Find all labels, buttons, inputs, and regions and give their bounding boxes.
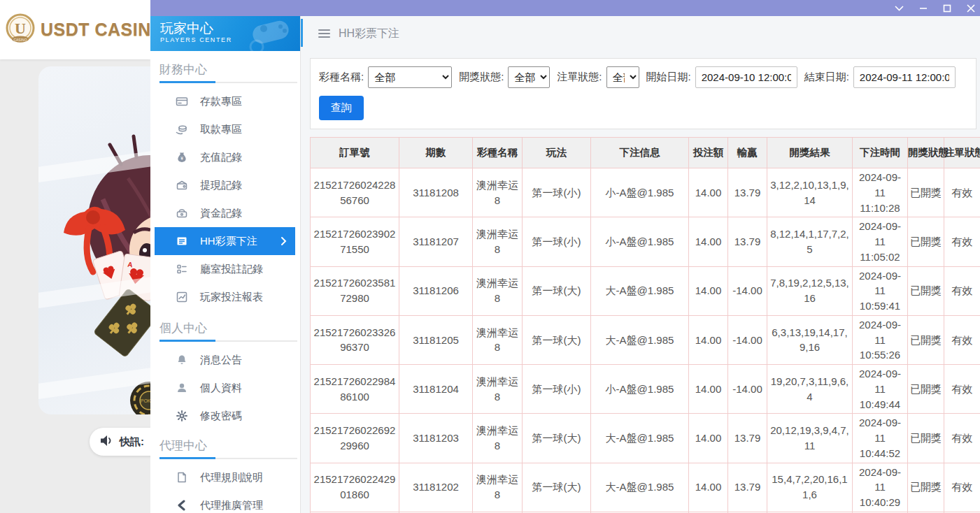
gamepad-watermark-icon bbox=[233, 17, 296, 51]
agent-rules-icon bbox=[176, 471, 188, 484]
bell-icon bbox=[176, 354, 188, 366]
deposit-card-icon bbox=[176, 95, 188, 108]
col-order-no: 訂單號 bbox=[311, 138, 399, 168]
section-rule bbox=[159, 82, 297, 83]
sidebar-item-hh-lottery-bets[interactable]: HH彩票下注 bbox=[155, 227, 295, 255]
news-ticker: 快訊: bbox=[90, 428, 150, 456]
order-status-select[interactable]: 全部 bbox=[606, 66, 639, 88]
end-date-label: 結束日期: bbox=[804, 71, 849, 84]
section-rule bbox=[159, 458, 297, 459]
bets-table-container: 訂單號 期數 彩種名稱 玩法 下注信息 投注額 輸贏 開獎結果 下注時間 開獎狀… bbox=[310, 137, 980, 513]
table-row: 215217260226922996031181203 澳洲幸运8第一球(大) … bbox=[311, 414, 980, 463]
search-button[interactable]: 查詢 bbox=[319, 96, 364, 120]
col-play-type: 玩法 bbox=[523, 138, 591, 168]
svg-text:CASINO: CASINO bbox=[13, 37, 27, 41]
svg-text:U: U bbox=[15, 20, 26, 37]
col-order-status: 注單狀態 bbox=[944, 138, 980, 168]
profile-icon bbox=[176, 382, 188, 394]
sidebar-item-player-bet-report[interactable]: 玩家投注報表 bbox=[150, 283, 300, 311]
order-status-label: 注單狀態: bbox=[557, 71, 602, 84]
col-lottery-name: 彩種名稱 bbox=[473, 138, 523, 168]
mascot-illustration: A POKER bbox=[38, 66, 150, 414]
bets-table: 訂單號 期數 彩種名稱 玩法 下注信息 投注額 輸贏 開獎結果 下注時間 開獎狀… bbox=[310, 137, 980, 513]
withdraw-record-icon bbox=[176, 179, 188, 192]
sidebar-item-recharge-records[interactable]: ¥ 充值記錄 bbox=[150, 143, 300, 171]
table-row: 215217260239027155031181207 澳洲幸运8第一球(小) … bbox=[311, 217, 980, 266]
sidebar-item-withdraw[interactable]: 取款專區 bbox=[150, 115, 300, 143]
window-close-icon[interactable] bbox=[966, 3, 975, 13]
table-row: 215217260242285676031181208 澳洲幸运8第一球(小) … bbox=[311, 168, 980, 217]
window-maximize-icon[interactable] bbox=[942, 3, 951, 13]
draw-status-label: 開獎狀態: bbox=[459, 71, 504, 84]
table-row: 215217260233269637031181205 澳洲幸运8第一球(大) … bbox=[311, 315, 980, 364]
table-row: 215217260229848610031181204 澳洲幸运8第一球(小) … bbox=[311, 365, 980, 414]
svg-text:A: A bbox=[127, 261, 134, 269]
sidebar-item-profile[interactable]: 個人資料 bbox=[150, 374, 300, 402]
sidebar-item-funds-records[interactable]: 資金記錄 bbox=[150, 199, 300, 227]
col-draw-status: 開獎狀態 bbox=[908, 138, 944, 168]
lottery-name-label: 彩種名稱: bbox=[319, 71, 364, 84]
section-rule bbox=[159, 340, 297, 342]
sidebar-header: 玩家中心 PLAYERS CENTER bbox=[150, 16, 300, 51]
withdraw-hand-icon bbox=[176, 123, 188, 136]
start-date-label: 開始日期: bbox=[646, 71, 691, 84]
app-window: 玩家中心 PLAYERS CENTER 財務中心 bbox=[150, 0, 980, 513]
sidebar-item-change-password[interactable]: 修改密碼 bbox=[150, 402, 300, 430]
left-decor-pane: U CASINO USDT CASINO bbox=[0, 0, 150, 513]
sidebar-item-room-bet-records[interactable]: 廳室投註記錄 bbox=[150, 255, 300, 283]
window-chevron-down-icon[interactable] bbox=[895, 3, 904, 13]
filter-panel: 彩種名稱: 全部 開獎狀態: 全部 注單狀態: 全部 開始日期: 結束日期: bbox=[310, 58, 977, 129]
window-titlebar bbox=[150, 0, 980, 16]
sidebar: 玩家中心 PLAYERS CENTER 財務中心 bbox=[150, 16, 301, 513]
sidebar-item-agent-promotion[interactable]: 代理推廣管理 bbox=[150, 491, 300, 513]
bet-table-body: 215217260242285676031181208 澳洲幸运8第一球(小) … bbox=[311, 168, 980, 513]
section-title-agent: 代理中心 bbox=[159, 438, 300, 454]
col-period: 期數 bbox=[399, 138, 473, 168]
table-row: 215217260224290186031181202 澳洲幸运8第一球(大) … bbox=[311, 463, 980, 512]
end-date-input[interactable] bbox=[853, 66, 956, 88]
personal-menu: 消息公告 個人資料 修改密碼 bbox=[150, 346, 300, 430]
section-title-finance: 財務中心 bbox=[159, 62, 300, 78]
draw-status-select[interactable]: 全部 bbox=[508, 66, 550, 88]
main-content: HH彩票下注 彩種名稱: 全部 開獎狀態: 全部 注單狀態: 全部 bbox=[301, 16, 980, 513]
agent-menu: 代理規則說明 代理推廣管理 bbox=[150, 463, 300, 513]
agent-promo-icon bbox=[176, 499, 188, 512]
logo-bar: U CASINO USDT CASINO bbox=[0, 0, 150, 59]
poker-chip-icon: POKER bbox=[130, 382, 150, 414]
col-draw-result: 開獎結果 bbox=[767, 138, 853, 168]
page-title: HH彩票下注 bbox=[339, 27, 399, 41]
lottery-name-select[interactable]: 全部 bbox=[368, 66, 452, 88]
password-gear-icon bbox=[176, 410, 188, 422]
room-bet-record-icon bbox=[176, 263, 188, 275]
table-row: 215217260235817298031181206 澳洲幸运8第一球(大) … bbox=[311, 266, 980, 315]
sidebar-item-withdrawal-records[interactable]: 提現記錄 bbox=[150, 171, 300, 199]
col-bet-time: 下注時間 bbox=[853, 138, 908, 168]
usdt-coin-logo-icon: U CASINO bbox=[4, 13, 36, 48]
start-date-input[interactable] bbox=[695, 66, 797, 88]
speaker-icon bbox=[100, 435, 113, 449]
col-bet-amount: 投注額 bbox=[689, 138, 728, 168]
hamburger-menu-icon[interactable] bbox=[318, 29, 330, 38]
finance-menu: 存款專區 取款專區 ¥ 充值記錄 bbox=[150, 87, 300, 311]
col-bet-info: 下注信息 bbox=[591, 138, 689, 168]
brand-name: USDT CASINO bbox=[41, 20, 150, 40]
funds-record-icon bbox=[176, 207, 188, 219]
ticker-label: 快訊: bbox=[120, 435, 144, 449]
sidebar-item-announcements[interactable]: 消息公告 bbox=[150, 346, 300, 374]
breadcrumb: HH彩票下注 bbox=[301, 16, 980, 51]
svg-text:POKER: POKER bbox=[141, 398, 150, 403]
section-title-personal: 個人中心 bbox=[159, 320, 300, 336]
promo-banner-card: A POKER bbox=[38, 66, 150, 414]
sidebar-item-deposit[interactable]: 存款專區 bbox=[150, 87, 300, 115]
chevron-right-icon bbox=[280, 236, 287, 248]
recharge-bag-icon: ¥ bbox=[176, 151, 188, 164]
lottery-bet-icon bbox=[176, 235, 188, 247]
col-win-loss: 輸贏 bbox=[728, 138, 767, 168]
sidebar-item-agent-rules[interactable]: 代理規則說明 bbox=[150, 463, 300, 491]
table-header-row: 訂單號 期數 彩種名稱 玩法 下注信息 投注額 輸贏 開獎結果 下注時間 開獎狀… bbox=[311, 138, 980, 168]
window-minimize-icon[interactable] bbox=[918, 3, 928, 13]
svg-text:¥: ¥ bbox=[180, 156, 183, 161]
bet-report-icon bbox=[176, 291, 188, 303]
